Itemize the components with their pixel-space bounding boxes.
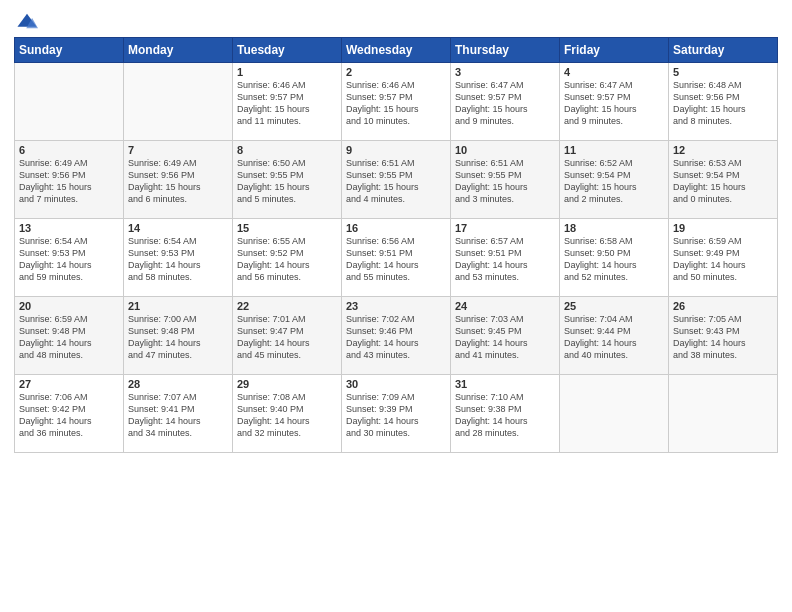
calendar-cell: 4Sunrise: 6:47 AM Sunset: 9:57 PM Daylig… [560,63,669,141]
calendar-cell [560,375,669,453]
cell-info: Sunrise: 6:51 AM Sunset: 9:55 PM Dayligh… [455,157,555,206]
calendar-cell: 3Sunrise: 6:47 AM Sunset: 9:57 PM Daylig… [451,63,560,141]
cell-info: Sunrise: 6:57 AM Sunset: 9:51 PM Dayligh… [455,235,555,284]
day-number: 18 [564,222,664,234]
calendar-cell: 29Sunrise: 7:08 AM Sunset: 9:40 PM Dayli… [233,375,342,453]
cell-info: Sunrise: 6:47 AM Sunset: 9:57 PM Dayligh… [455,79,555,128]
cell-info: Sunrise: 6:53 AM Sunset: 9:54 PM Dayligh… [673,157,773,206]
calendar-cell: 27Sunrise: 7:06 AM Sunset: 9:42 PM Dayli… [15,375,124,453]
cell-info: Sunrise: 6:56 AM Sunset: 9:51 PM Dayligh… [346,235,446,284]
calendar-cell: 16Sunrise: 6:56 AM Sunset: 9:51 PM Dayli… [342,219,451,297]
day-header-saturday: Saturday [669,38,778,63]
calendar-cell: 13Sunrise: 6:54 AM Sunset: 9:53 PM Dayli… [15,219,124,297]
cell-info: Sunrise: 6:59 AM Sunset: 9:49 PM Dayligh… [673,235,773,284]
cell-info: Sunrise: 7:04 AM Sunset: 9:44 PM Dayligh… [564,313,664,362]
day-number: 2 [346,66,446,78]
day-number: 19 [673,222,773,234]
day-number: 30 [346,378,446,390]
cell-info: Sunrise: 6:58 AM Sunset: 9:50 PM Dayligh… [564,235,664,284]
days-header-row: SundayMondayTuesdayWednesdayThursdayFrid… [15,38,778,63]
day-header-wednesday: Wednesday [342,38,451,63]
calendar-table: SundayMondayTuesdayWednesdayThursdayFrid… [14,37,778,453]
day-number: 24 [455,300,555,312]
week-row-1: 1Sunrise: 6:46 AM Sunset: 9:57 PM Daylig… [15,63,778,141]
cell-info: Sunrise: 7:01 AM Sunset: 9:47 PM Dayligh… [237,313,337,362]
cell-info: Sunrise: 7:06 AM Sunset: 9:42 PM Dayligh… [19,391,119,440]
cell-info: Sunrise: 6:47 AM Sunset: 9:57 PM Dayligh… [564,79,664,128]
calendar-cell: 19Sunrise: 6:59 AM Sunset: 9:49 PM Dayli… [669,219,778,297]
calendar-cell: 14Sunrise: 6:54 AM Sunset: 9:53 PM Dayli… [124,219,233,297]
calendar-cell: 5Sunrise: 6:48 AM Sunset: 9:56 PM Daylig… [669,63,778,141]
calendar-cell: 18Sunrise: 6:58 AM Sunset: 9:50 PM Dayli… [560,219,669,297]
cell-info: Sunrise: 6:49 AM Sunset: 9:56 PM Dayligh… [19,157,119,206]
cell-info: Sunrise: 7:08 AM Sunset: 9:40 PM Dayligh… [237,391,337,440]
calendar-cell: 20Sunrise: 6:59 AM Sunset: 9:48 PM Dayli… [15,297,124,375]
day-header-friday: Friday [560,38,669,63]
cell-info: Sunrise: 6:50 AM Sunset: 9:55 PM Dayligh… [237,157,337,206]
cell-info: Sunrise: 7:07 AM Sunset: 9:41 PM Dayligh… [128,391,228,440]
calendar-cell: 24Sunrise: 7:03 AM Sunset: 9:45 PM Dayli… [451,297,560,375]
header [14,10,778,31]
calendar-cell: 6Sunrise: 6:49 AM Sunset: 9:56 PM Daylig… [15,141,124,219]
day-number: 31 [455,378,555,390]
calendar-cell: 9Sunrise: 6:51 AM Sunset: 9:55 PM Daylig… [342,141,451,219]
day-number: 8 [237,144,337,156]
week-row-3: 13Sunrise: 6:54 AM Sunset: 9:53 PM Dayli… [15,219,778,297]
day-number: 26 [673,300,773,312]
day-number: 6 [19,144,119,156]
page-container: SundayMondayTuesdayWednesdayThursdayFrid… [0,0,792,463]
calendar-cell: 8Sunrise: 6:50 AM Sunset: 9:55 PM Daylig… [233,141,342,219]
day-number: 5 [673,66,773,78]
calendar-cell: 28Sunrise: 7:07 AM Sunset: 9:41 PM Dayli… [124,375,233,453]
day-number: 14 [128,222,228,234]
week-row-2: 6Sunrise: 6:49 AM Sunset: 9:56 PM Daylig… [15,141,778,219]
calendar-cell: 31Sunrise: 7:10 AM Sunset: 9:38 PM Dayli… [451,375,560,453]
cell-info: Sunrise: 7:03 AM Sunset: 9:45 PM Dayligh… [455,313,555,362]
day-number: 22 [237,300,337,312]
cell-info: Sunrise: 6:59 AM Sunset: 9:48 PM Dayligh… [19,313,119,362]
cell-info: Sunrise: 6:46 AM Sunset: 9:57 PM Dayligh… [346,79,446,128]
cell-info: Sunrise: 7:09 AM Sunset: 9:39 PM Dayligh… [346,391,446,440]
week-row-4: 20Sunrise: 6:59 AM Sunset: 9:48 PM Dayli… [15,297,778,375]
calendar-cell: 25Sunrise: 7:04 AM Sunset: 9:44 PM Dayli… [560,297,669,375]
logo-icon [16,12,38,30]
cell-info: Sunrise: 6:49 AM Sunset: 9:56 PM Dayligh… [128,157,228,206]
day-number: 10 [455,144,555,156]
day-number: 13 [19,222,119,234]
day-header-tuesday: Tuesday [233,38,342,63]
calendar-cell: 21Sunrise: 7:00 AM Sunset: 9:48 PM Dayli… [124,297,233,375]
day-header-sunday: Sunday [15,38,124,63]
day-number: 7 [128,144,228,156]
cell-info: Sunrise: 7:10 AM Sunset: 9:38 PM Dayligh… [455,391,555,440]
calendar-cell: 22Sunrise: 7:01 AM Sunset: 9:47 PM Dayli… [233,297,342,375]
calendar-cell [15,63,124,141]
day-number: 23 [346,300,446,312]
cell-info: Sunrise: 7:05 AM Sunset: 9:43 PM Dayligh… [673,313,773,362]
day-number: 15 [237,222,337,234]
day-number: 20 [19,300,119,312]
cell-info: Sunrise: 7:00 AM Sunset: 9:48 PM Dayligh… [128,313,228,362]
calendar-cell [669,375,778,453]
day-number: 28 [128,378,228,390]
calendar-cell: 12Sunrise: 6:53 AM Sunset: 9:54 PM Dayli… [669,141,778,219]
day-number: 25 [564,300,664,312]
day-number: 9 [346,144,446,156]
day-header-thursday: Thursday [451,38,560,63]
cell-info: Sunrise: 6:46 AM Sunset: 9:57 PM Dayligh… [237,79,337,128]
calendar-cell: 2Sunrise: 6:46 AM Sunset: 9:57 PM Daylig… [342,63,451,141]
calendar-cell: 10Sunrise: 6:51 AM Sunset: 9:55 PM Dayli… [451,141,560,219]
day-number: 12 [673,144,773,156]
cell-info: Sunrise: 6:55 AM Sunset: 9:52 PM Dayligh… [237,235,337,284]
calendar-cell: 23Sunrise: 7:02 AM Sunset: 9:46 PM Dayli… [342,297,451,375]
calendar-cell [124,63,233,141]
day-number: 1 [237,66,337,78]
logo [14,10,40,31]
day-number: 3 [455,66,555,78]
day-number: 11 [564,144,664,156]
calendar-cell: 11Sunrise: 6:52 AM Sunset: 9:54 PM Dayli… [560,141,669,219]
day-number: 17 [455,222,555,234]
day-number: 4 [564,66,664,78]
cell-info: Sunrise: 6:54 AM Sunset: 9:53 PM Dayligh… [128,235,228,284]
day-number: 29 [237,378,337,390]
calendar-cell: 15Sunrise: 6:55 AM Sunset: 9:52 PM Dayli… [233,219,342,297]
